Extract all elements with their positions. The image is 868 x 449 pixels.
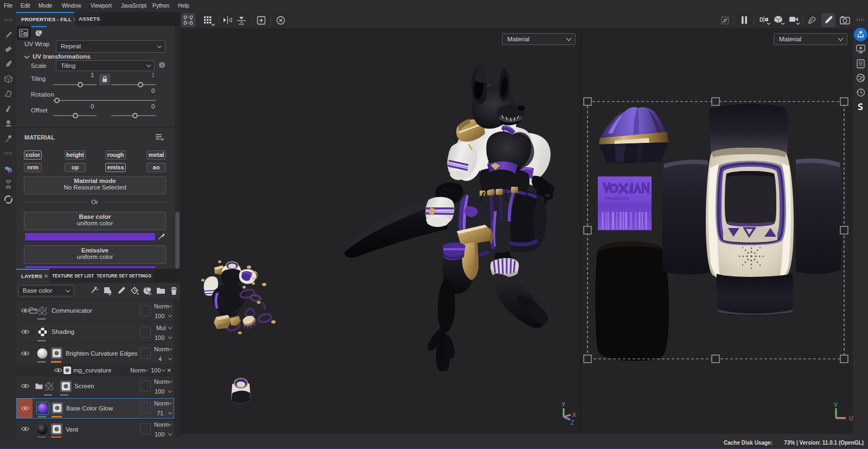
svg-text:Y: Y <box>561 402 565 408</box>
svg-text:V: V <box>834 402 838 408</box>
svg-text:X: X <box>572 412 576 418</box>
svg-text:D: D <box>760 17 763 23</box>
svg-text:i: i <box>161 62 163 68</box>
svg-text:PRODUCTS: PRODUCTS <box>605 196 630 201</box>
svg-text:Z: Z <box>571 420 574 426</box>
svg-text:U: U <box>849 415 853 421</box>
